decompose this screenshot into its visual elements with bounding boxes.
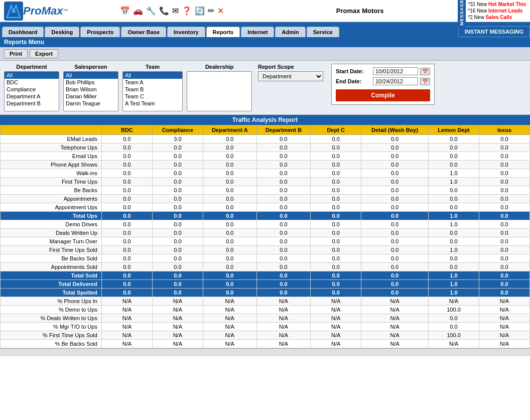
row-cell: 0.0 xyxy=(152,186,203,195)
row-cell: 0.0 xyxy=(101,280,152,289)
row-label: % Mgr T/O to Ups xyxy=(1,323,102,331)
report-scope-select[interactable]: Department Salesperson Team Dealership xyxy=(258,71,323,81)
row-cell: 0.0 xyxy=(101,246,152,254)
row-label: Appointment Ups xyxy=(1,203,102,212)
tab-prospects[interactable]: Prospects xyxy=(80,27,120,37)
start-date-cal-button[interactable]: 📅 xyxy=(420,68,430,75)
start-date-label: Start Date: xyxy=(336,68,371,74)
row-cell: 0.0 xyxy=(203,178,256,186)
row-cell: N/A xyxy=(152,297,203,306)
tab-dashboard[interactable]: Dashboard xyxy=(2,27,44,37)
message-link-1[interactable]: Hot Market This xyxy=(488,2,526,7)
row-cell: N/A xyxy=(361,340,429,348)
message-link-2[interactable]: Internet Leads xyxy=(488,8,522,14)
close-icon[interactable]: ✕ xyxy=(217,6,224,16)
logo: ProMax™ xyxy=(4,2,68,21)
app-title: ProMax xyxy=(23,5,63,18)
salesperson-listbox[interactable]: All Bob Phillips Brian Wilson Darian Mil… xyxy=(63,71,118,111)
row-cell: 0.0 xyxy=(429,229,479,237)
export-button[interactable]: Export xyxy=(30,49,58,58)
tab-inventory[interactable]: Inventory xyxy=(167,27,205,37)
tab-owner-base[interactable]: Owner Base xyxy=(121,27,166,37)
row-cell: 0.0 xyxy=(361,161,429,169)
edit-icon[interactable]: ✏ xyxy=(208,6,214,16)
row-cell: 1.0 xyxy=(429,271,479,280)
row-label: % Be Backs Sold xyxy=(1,340,102,348)
row-cell: 0.0 xyxy=(479,152,529,161)
tab-reports[interactable]: Reports xyxy=(206,27,240,37)
row-label: Total Delivered xyxy=(1,280,102,289)
row-cell: 0.0 xyxy=(361,280,429,289)
print-button[interactable]: Print xyxy=(4,49,28,58)
row-cell: 0.0 xyxy=(311,195,361,203)
end-date-cal-button[interactable]: 📅 xyxy=(420,78,430,85)
row-cell: N/A xyxy=(203,297,256,306)
dealership-listbox[interactable] xyxy=(187,71,252,111)
row-cell: N/A xyxy=(361,323,429,331)
team-listbox[interactable]: All Team A Team B Team C A Test Team xyxy=(122,71,183,111)
row-cell: 0.0 xyxy=(479,289,529,297)
row-cell: 0.0 xyxy=(101,229,152,237)
row-cell: N/A xyxy=(479,340,529,348)
row-cell: 0.0 xyxy=(311,186,361,195)
row-cell: 0.0 xyxy=(479,271,529,280)
row-cell: N/A xyxy=(152,331,203,340)
row-cell: N/A xyxy=(256,297,310,306)
refresh-icon[interactable]: 🔄 xyxy=(195,6,205,16)
row-cell: 1.0 xyxy=(429,246,479,254)
row-cell: N/A xyxy=(256,331,310,340)
table-header-row: BDC Compliance Department A Department B… xyxy=(1,125,530,135)
row-label: Deals Written Up xyxy=(1,229,102,237)
row-cell: 0.0 xyxy=(152,203,203,212)
phone-icon[interactable]: 📞 xyxy=(159,6,169,16)
tab-internet[interactable]: Internet xyxy=(241,27,274,37)
row-cell: 0.0 xyxy=(361,246,429,254)
table-row: Email Ups0.00.00.00.00.00.00.00.0 xyxy=(1,152,530,161)
row-cell: 0.0 xyxy=(256,178,310,186)
table-row: Be Backs0.00.00.00.00.00.00.00.0 xyxy=(1,186,530,195)
row-cell: 0.0 xyxy=(101,161,152,169)
car-icon[interactable]: 🚗 xyxy=(133,6,143,16)
row-cell: N/A xyxy=(311,306,361,314)
department-listbox[interactable]: All BDC Compliance Department A Departme… xyxy=(4,71,59,111)
email-icon[interactable]: ✉ xyxy=(172,6,179,16)
row-label: Total Spotted xyxy=(1,289,102,297)
row-cell: 0.0 xyxy=(101,263,152,271)
table-row: % Mgr T/O to UpsN/AN/AN/AN/AN/AN/A0.0N/A xyxy=(1,323,530,331)
tab-service[interactable]: Service xyxy=(307,27,339,37)
table-row: Telephone Ups0.00.00.00.00.00.00.00.0 xyxy=(1,144,530,152)
table-row: % First Time Ups SoldN/AN/AN/AN/AN/AN/A1… xyxy=(1,331,530,340)
row-cell: 0.0 xyxy=(256,169,310,178)
message-link-3[interactable]: Sales Calls xyxy=(485,15,512,20)
row-label: Telephone Ups xyxy=(1,144,102,152)
row-cell: 0.0 xyxy=(203,229,256,237)
row-cell: 0.0 xyxy=(152,254,203,263)
row-cell: N/A xyxy=(256,314,310,323)
bottom-scroll[interactable] xyxy=(0,348,530,356)
wrench-icon[interactable]: 🔧 xyxy=(146,6,156,16)
calendar-icon[interactable]: 📅 xyxy=(120,6,130,16)
row-cell: 0.0 xyxy=(101,212,152,220)
row-cell: 0.0 xyxy=(152,263,203,271)
row-cell: 0.0 xyxy=(203,144,256,152)
row-cell: 0.0 xyxy=(311,169,361,178)
row-cell: 0.0 xyxy=(152,289,203,297)
row-cell: N/A xyxy=(479,306,529,314)
table-row: Be Backs Sold0.00.00.00.00.00.00.00.0 xyxy=(1,254,530,263)
reports-menu-bar: Reports Menu xyxy=(0,37,530,47)
help-icon[interactable]: ❓ xyxy=(182,6,192,16)
instant-messaging-btn[interactable]: INSTANT MESSAGING xyxy=(458,26,530,37)
row-cell: 0.0 xyxy=(152,280,203,289)
compile-button[interactable]: Compile xyxy=(336,89,430,101)
row-cell: 0.0 xyxy=(429,203,479,212)
row-cell: 0.0 xyxy=(203,169,256,178)
col-header-dept-a: Department A xyxy=(203,125,256,135)
tab-desking[interactable]: Desking xyxy=(45,27,79,37)
end-date-input[interactable] xyxy=(373,77,418,85)
end-date-row: End Date: 📅 xyxy=(336,77,430,85)
row-cell: 0.0 xyxy=(311,271,361,280)
start-date-input[interactable] xyxy=(373,67,418,75)
row-cell: 1.0 xyxy=(429,289,479,297)
salesperson-filter-group: Salesperson All Bob Phillips Brian Wilso… xyxy=(63,64,118,111)
tab-admin[interactable]: Admin xyxy=(275,27,305,37)
